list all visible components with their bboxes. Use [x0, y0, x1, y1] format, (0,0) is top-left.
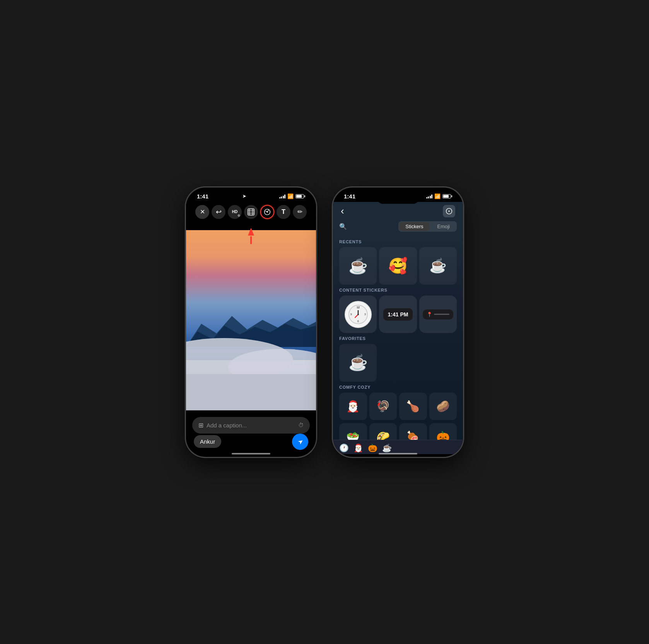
- location-line: [434, 314, 449, 315]
- sticker-icon: [264, 208, 271, 215]
- home-indicator: [232, 453, 270, 454]
- battery-icon: [295, 194, 305, 198]
- close-button[interactable]: ✕: [195, 205, 209, 219]
- section-content-label: CONTENT STICKERS: [339, 288, 457, 292]
- send-icon: ➤: [296, 437, 305, 446]
- location-sticker[interactable]: 📍: [419, 296, 457, 333]
- editor-toolbar: ✕ ↩ HD ⚙ T: [186, 202, 316, 222]
- search-tabs-bar: 🔍 Stickers Emoji: [333, 219, 463, 235]
- sticker-button[interactable]: [260, 205, 274, 219]
- comfy-row-2: 🥗 🌮 🍖 🎃: [339, 423, 457, 439]
- arrow-stem: [250, 236, 252, 244]
- status-time-left: 1:41: [197, 193, 208, 200]
- tab-stickers[interactable]: Stickers: [399, 222, 429, 231]
- sticker-item[interactable]: ☕: [339, 344, 377, 381]
- sticker-tray-icon-1[interactable]: 🎅🏻: [354, 443, 363, 453]
- svg-text:3: 3: [364, 313, 366, 316]
- section-recents-label: RECENTS: [339, 239, 457, 244]
- landscape-image: [186, 230, 316, 410]
- caption-icon: ⊞: [198, 422, 203, 429]
- svg-text:6: 6: [357, 320, 359, 323]
- location-sticker-content: 📍: [423, 309, 453, 319]
- location-arrow-icon: ➤: [243, 194, 246, 199]
- sticker-tray-icon-3[interactable]: ☕: [382, 443, 392, 453]
- content-stickers-row: 12 3 6 9: [339, 296, 457, 333]
- sticker-bottom-tray: 🕐 🎅🏻 🎃 ☕: [333, 440, 463, 454]
- svg-rect-0: [248, 209, 254, 215]
- svg-rect-11: [186, 374, 316, 410]
- undo-button[interactable]: ↩: [212, 205, 225, 219]
- crop-icon: [248, 208, 254, 215]
- sticker-scroll-area[interactable]: RECENTS ☕ 🥰 ☕ CONTENT STICKERS: [333, 235, 463, 440]
- sticker-item[interactable]: 🌮: [369, 423, 397, 439]
- arrow-head: [248, 228, 254, 236]
- svg-text:12: 12: [357, 306, 360, 309]
- status-icons-right: 📶: [279, 193, 306, 199]
- sticker-panel: ‹ 🔍 Stickers Emoji: [333, 202, 463, 454]
- search-icon[interactable]: 🔍: [339, 223, 347, 230]
- status-time-right: 1:41: [344, 193, 355, 200]
- text-icon: T: [282, 208, 285, 216]
- hd-settings-button[interactable]: HD ⚙: [228, 205, 242, 219]
- crop-button[interactable]: [244, 205, 258, 219]
- photo-canvas[interactable]: [186, 230, 316, 410]
- sticker-tray-icon-2[interactable]: 🎃: [368, 443, 377, 453]
- svg-point-21: [357, 314, 359, 315]
- svg-text:9: 9: [350, 313, 352, 316]
- signal-icon: [279, 194, 286, 198]
- dynamic-island: [377, 191, 419, 204]
- text-button[interactable]: T: [277, 205, 290, 219]
- tab-emoji[interactable]: Emoji: [431, 222, 456, 231]
- sticker-tabs: Stickers Emoji: [398, 221, 457, 232]
- sticker-item[interactable]: ☕: [419, 247, 457, 285]
- pin-icon: 📍: [427, 312, 432, 317]
- sticker-content-panel: ‹ 🔍 Stickers Emoji: [333, 202, 463, 454]
- sender-name-label: Ankur: [194, 435, 221, 448]
- phone-stickers: 1:41 ➤ 📶 ‹: [332, 187, 464, 458]
- wifi-icon: 📶: [287, 193, 294, 199]
- time-sticker[interactable]: 1:41 PM: [379, 296, 417, 333]
- favorites-row: ☕: [339, 344, 457, 381]
- sticker-panel-icon: [443, 205, 455, 217]
- wifi-icon-2: 📶: [434, 193, 441, 199]
- section-comfy-label: COMFY COZY: [339, 385, 457, 389]
- svg-point-13: [448, 210, 449, 212]
- clock-sticker[interactable]: 12 3 6 9: [339, 296, 377, 333]
- sticker-item[interactable]: 🦃: [369, 393, 397, 420]
- sticker-item[interactable]: 🎅🏻: [339, 393, 367, 420]
- hd-icon: HD: [232, 210, 237, 214]
- phone-editor: 1:41 ➤ 📶 ✕ ↩: [185, 187, 317, 458]
- status-bar-editor: 1:41 ➤ 📶: [186, 188, 316, 202]
- sticker-item[interactable]: 🥗: [339, 423, 367, 439]
- pen-icon: ✏: [297, 208, 302, 215]
- back-button[interactable]: ‹: [341, 205, 344, 217]
- caption-timer-icon: ⏱: [298, 422, 304, 428]
- sticker-item[interactable]: 🍖: [399, 423, 427, 439]
- caption-bar[interactable]: ⊞ Add a caption... ⏱: [192, 417, 310, 434]
- sticker-item[interactable]: ☕: [339, 247, 377, 285]
- battery-icon-2: [442, 194, 452, 198]
- clock-tray-icon[interactable]: 🕐: [339, 443, 349, 453]
- signal-icon-2: [426, 194, 433, 198]
- home-indicator-2: [379, 453, 417, 454]
- recents-row: ☕ 🥰 ☕: [339, 247, 457, 285]
- comfy-row-1: 🎅🏻 🦃 🍗 🥔: [339, 393, 457, 420]
- bottom-bar-editor: Ankur ➤: [186, 432, 316, 453]
- pointer-arrow: [248, 228, 254, 244]
- pen-button[interactable]: ✏: [293, 205, 307, 219]
- sticker-item[interactable]: 🥔: [429, 393, 457, 420]
- caption-input[interactable]: Add a caption...: [207, 422, 295, 429]
- status-icons-right-2: 📶: [426, 193, 453, 199]
- svg-point-6: [266, 211, 268, 212]
- sticker-item[interactable]: 🎃: [429, 423, 457, 439]
- settings-dot: ⚙: [237, 214, 240, 217]
- send-button[interactable]: ➤: [292, 434, 308, 450]
- sticker-item[interactable]: 🥰: [379, 247, 417, 285]
- undo-icon: ↩: [216, 208, 222, 216]
- sticker-item[interactable]: 🍗: [399, 393, 427, 420]
- section-favorites-label: FAVORITES: [339, 336, 457, 341]
- nav-bar-stickers: ‹: [333, 202, 463, 219]
